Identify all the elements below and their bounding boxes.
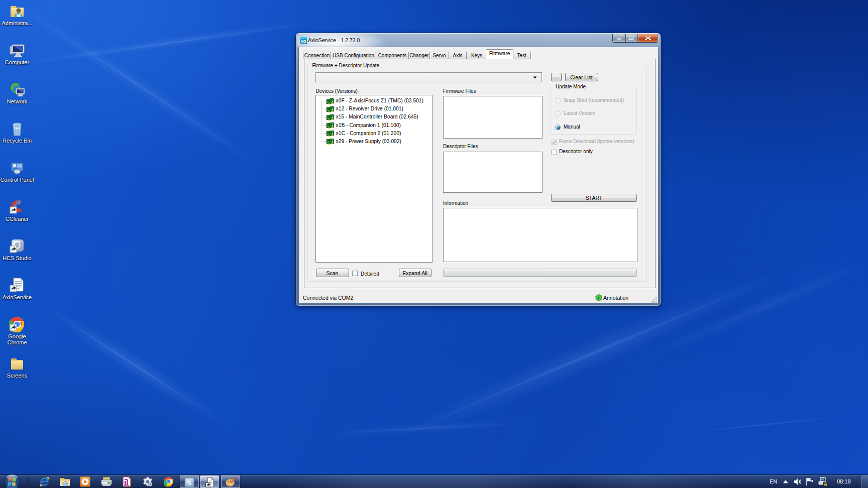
svg-text:S: S [188,480,191,486]
svg-text:J: J [186,479,188,483]
